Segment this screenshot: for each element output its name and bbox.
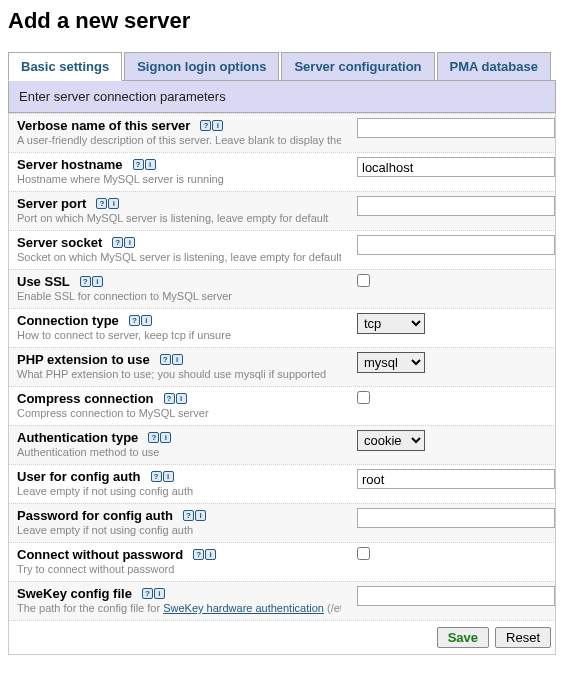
nopass-desc: Try to connect without password — [17, 563, 341, 575]
verbose-desc: A user-friendly description of this serv… — [17, 134, 341, 146]
verbose-label: Verbose name of this server — [17, 118, 190, 133]
info-icon[interactable]: i — [145, 159, 156, 170]
authtype-desc: Authentication method to use — [17, 446, 341, 458]
hostname-desc: Hostname where MySQL server is running — [17, 173, 341, 185]
help-icon[interactable]: ? — [193, 549, 204, 560]
port-desc: Port on which MySQL server is listening,… — [17, 212, 341, 224]
phpext-label: PHP extension to use — [17, 352, 150, 367]
help-icon[interactable]: ? — [142, 588, 153, 599]
info-icon[interactable]: i — [92, 276, 103, 287]
info-icon[interactable]: i — [154, 588, 165, 599]
help-icon[interactable]: ? — [80, 276, 91, 287]
tab-server-configuration[interactable]: Server configuration — [281, 52, 434, 80]
tab-pma-database[interactable]: PMA database — [437, 52, 551, 80]
hostname-label: Server hostname — [17, 157, 123, 172]
info-icon[interactable]: i — [163, 471, 174, 482]
nopass-checkbox[interactable] — [357, 547, 370, 560]
info-icon[interactable]: i — [195, 510, 206, 521]
ssl-desc: Enable SSL for connection to MySQL serve… — [17, 290, 341, 302]
reset-button[interactable]: Reset — [495, 627, 551, 648]
info-icon[interactable]: i — [212, 120, 223, 131]
info-icon[interactable]: i — [160, 432, 171, 443]
info-icon[interactable]: i — [124, 237, 135, 248]
socket-label: Server socket — [17, 235, 102, 250]
password-label: Password for config auth — [17, 508, 173, 523]
verbose-input[interactable] — [357, 118, 555, 138]
help-icon[interactable]: ? — [133, 159, 144, 170]
compress-checkbox[interactable] — [357, 391, 370, 404]
help-icon[interactable]: ? — [151, 471, 162, 482]
swekey-desc: The path for the config file for SweKey … — [17, 602, 341, 614]
nopass-label: Connect without password — [17, 547, 183, 562]
help-icon[interactable]: ? — [96, 198, 107, 209]
help-icon[interactable]: ? — [164, 393, 175, 404]
ssl-label: Use SSL — [17, 274, 70, 289]
authtype-select[interactable]: cookie — [357, 430, 425, 451]
info-icon[interactable]: i — [108, 198, 119, 209]
help-icon[interactable]: ? — [148, 432, 159, 443]
help-icon[interactable]: ? — [183, 510, 194, 521]
conntype-select[interactable]: tcp — [357, 313, 425, 334]
port-input[interactable] — [357, 196, 555, 216]
help-icon[interactable]: ? — [112, 237, 123, 248]
help-icon[interactable]: ? — [160, 354, 171, 365]
page-title: Add a new server — [8, 8, 556, 34]
compress-desc: Compress connection to MySQL server — [17, 407, 341, 419]
hostname-input[interactable] — [357, 157, 555, 177]
conntype-desc: How to connect to server, keep tcp if un… — [17, 329, 341, 341]
info-icon[interactable]: i — [205, 549, 216, 560]
port-label: Server port — [17, 196, 86, 211]
info-icon[interactable]: i — [172, 354, 183, 365]
tabs: Basic settings Signon login options Serv… — [8, 52, 556, 81]
form-table: Verbose name of this server ? i A user-f… — [8, 113, 556, 655]
user-label: User for config auth — [17, 469, 141, 484]
info-icon[interactable]: i — [176, 393, 187, 404]
save-button[interactable]: Save — [437, 627, 489, 648]
swekey-link[interactable]: SweKey hardware authentication — [163, 602, 324, 614]
phpext-select[interactable]: mysql — [357, 352, 425, 373]
conntype-label: Connection type — [17, 313, 119, 328]
tab-basic-settings[interactable]: Basic settings — [8, 52, 122, 81]
phpext-desc: What PHP extension to use; you should us… — [17, 368, 341, 380]
swekey-input[interactable] — [357, 586, 555, 606]
user-desc: Leave empty if not using config auth — [17, 485, 341, 497]
swekey-label: SweKey config file — [17, 586, 132, 601]
user-input[interactable] — [357, 469, 555, 489]
password-desc: Leave empty if not using config auth — [17, 524, 341, 536]
help-icon[interactable]: ? — [200, 120, 211, 131]
tab-signon-login-options[interactable]: Signon login options — [124, 52, 279, 80]
ssl-checkbox[interactable] — [357, 274, 370, 287]
info-icon[interactable]: i — [141, 315, 152, 326]
authtype-label: Authentication type — [17, 430, 138, 445]
socket-desc: Socket on which MySQL server is listenin… — [17, 251, 341, 263]
help-icon[interactable]: ? — [129, 315, 140, 326]
password-input[interactable] — [357, 508, 555, 528]
socket-input[interactable] — [357, 235, 555, 255]
compress-label: Compress connection — [17, 391, 154, 406]
section-header: Enter server connection parameters — [8, 81, 556, 113]
